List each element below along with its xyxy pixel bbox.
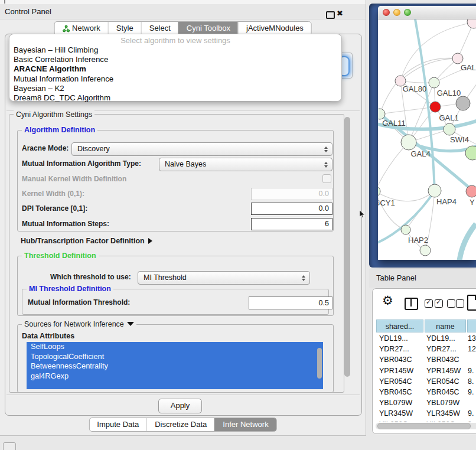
node-GAL1[interactable] — [444, 123, 455, 135]
table-cell[interactable]: 13 — [465, 333, 476, 344]
settings-scrollbar[interactable] — [344, 117, 350, 377]
table-cell[interactable]: YBL079W — [376, 397, 423, 408]
table-cell[interactable]: YBR045C — [423, 387, 465, 397]
table-cell[interactable]: YBL079W — [423, 397, 465, 408]
table-row[interactable]: YIL052CYIL052C9 — [376, 419, 476, 423]
attribute-item-betweennesscentrality[interactable]: BetweennessCentrality — [27, 361, 323, 371]
table-cell[interactable]: YDR27... — [423, 344, 465, 354]
table-row[interactable]: YPR145WYPR145W9. — [376, 366, 476, 376]
bottom-tab-impute-data[interactable]: Impute Data — [89, 418, 146, 431]
node-top-edge[interactable] — [467, 19, 476, 28]
tab-select[interactable]: Select — [141, 22, 178, 35]
table-cell[interactable]: 8. — [465, 376, 476, 387]
split-columns-icon[interactable] — [405, 298, 418, 310]
table-cell[interactable]: YIL052C — [423, 419, 465, 423]
checked-checkbox-icon[interactable] — [435, 299, 443, 308]
table-cell[interactable]: YPR145W — [423, 366, 465, 376]
float-icon[interactable] — [326, 11, 335, 19]
table-cell[interactable]: 9. — [465, 366, 476, 376]
node-red-node[interactable] — [430, 102, 441, 112]
node-salmon-node[interactable] — [466, 185, 476, 197]
node-GAL4[interactable] — [401, 135, 416, 150]
attribute-item-topologicalcoefficient[interactable]: TopologicalCoefficient — [27, 352, 323, 362]
column-header-a[interactable]: A — [467, 319, 476, 332]
table-cell[interactable]: YBR043C — [423, 354, 465, 365]
table-row[interactable]: YBR045CYBR045C9. — [376, 387, 476, 397]
algorithm-item-bayesian-hill-climbing[interactable]: Bayesian – Hill Climbing — [9, 45, 341, 55]
column-header-name[interactable]: name — [425, 319, 466, 332]
table-row[interactable]: YDL19...YDL19...13 — [376, 333, 476, 344]
which-threshold-combo[interactable]: MI Threshold — [138, 271, 310, 285]
mi-steps-field[interactable]: 6 — [251, 218, 332, 230]
network-graph[interactable]: GAL7GAL80GAL10GAL1GAL11SWI4GAL4GCY1HAP4Y… — [378, 19, 476, 260]
table-cell[interactable]: YLR345W — [423, 408, 465, 419]
partial-button[interactable] — [3, 442, 16, 450]
horizontal-scrollbar[interactable] — [376, 423, 476, 429]
algorithm-item-dream8-dc-tdc-algorithm[interactable]: Dream8 DC_TDC Algorithm — [9, 93, 341, 103]
kernel-width-field[interactable]: 0.0 — [251, 188, 332, 200]
algorithm-item-mutual-information-inference[interactable]: Mutual Information Inference — [9, 74, 341, 84]
table-cell[interactable]: YBR043C — [376, 354, 423, 365]
table-row[interactable]: YBR043CYBR043C — [376, 354, 476, 365]
tab-cyni-toolbox[interactable]: Cyni Toolbox — [178, 22, 238, 35]
table-cell[interactable]: 12 — [465, 344, 476, 354]
attribute-item-selfloops[interactable]: SelfLoops — [27, 342, 323, 352]
checked-checkbox-icon[interactable] — [425, 299, 433, 308]
sources-title[interactable]: Sources for Network Inference — [22, 320, 136, 328]
manual-kernel-checkbox[interactable] — [322, 174, 331, 183]
hub-section-toggle[interactable]: Hub/Transcription Factor Definition — [21, 237, 152, 245]
node-HAP2[interactable] — [401, 225, 410, 234]
network-window[interactable]: GAL7GAL80GAL10GAL1GAL11SWI4GAL4GCY1HAP4Y… — [378, 6, 476, 260]
close-icon[interactable]: ✖ — [337, 9, 343, 18]
table-cell[interactable]: YPR145W — [376, 366, 423, 376]
data-attributes-label: Data Attributes — [22, 332, 74, 340]
table-row[interactable]: YER054CYER054C8. — [376, 376, 476, 387]
algorithm-item-aracne-algorithm[interactable]: ARACNE Algorithm — [9, 64, 341, 74]
node-HAP4[interactable] — [428, 184, 441, 197]
table-cell[interactable] — [465, 397, 476, 408]
mi-threshold-field[interactable]: 0.5 — [249, 296, 332, 309]
attribute-list-scrollbar[interactable] — [317, 348, 322, 379]
table-row[interactable]: YDR27...YDR27...12 — [376, 344, 476, 354]
table-cell[interactable]: 9. — [465, 387, 476, 397]
table-cell[interactable]: YDL19... — [423, 333, 465, 344]
column-header-shared[interactable]: shared... — [376, 319, 423, 332]
table-cell[interactable]: YDR27... — [376, 344, 423, 354]
node-GAL10[interactable] — [429, 77, 439, 88]
tab-network[interactable]: Network — [54, 22, 108, 35]
node-bottom-edge[interactable] — [420, 245, 431, 256]
gear-icon[interactable]: ⚙ — [382, 294, 393, 308]
tab-jactivemnodules[interactable]: jActiveMNodules — [238, 22, 311, 35]
table-cell[interactable]: 9 — [465, 419, 476, 423]
unchecked-checkbox-icon[interactable] — [447, 299, 455, 308]
bottom-tab-discretize-data[interactable]: Discretize Data — [146, 418, 214, 431]
table-cell[interactable]: YBR045C — [376, 387, 423, 397]
zoom-traffic-light[interactable] — [404, 9, 411, 16]
table-cell[interactable]: YER054C — [423, 376, 465, 387]
table-row[interactable]: YLR345WYLR345W9. — [376, 408, 476, 419]
document-icon[interactable] — [467, 295, 476, 311]
horizontal-scrollbar-thumb[interactable] — [377, 423, 471, 429]
attribute-item-gal4rgexp[interactable]: gal4RGexp — [27, 371, 323, 381]
table-cell[interactable]: 9. — [465, 408, 476, 419]
mi-type-combo[interactable]: Naive Bayes — [159, 158, 332, 171]
table-cell[interactable]: YIL052C — [376, 419, 423, 423]
dpi-tolerance-field[interactable]: 0.0 — [251, 203, 332, 215]
unchecked-checkbox-icon[interactable] — [456, 299, 464, 308]
table-cell[interactable]: YER054C — [376, 376, 423, 387]
node-GAL7[interactable] — [452, 53, 463, 64]
apply-button[interactable]: Apply — [158, 399, 202, 413]
bottom-tab-infer-network[interactable]: Infer Network — [214, 418, 276, 431]
table-cell[interactable]: YDL19... — [376, 333, 423, 344]
algorithm-item-bayesian-k2[interactable]: Bayesian – K2 — [9, 84, 341, 93]
table-cell[interactable]: YLR345W — [376, 408, 423, 419]
close-traffic-light[interactable] — [383, 9, 390, 16]
algorithm-item-basic-correlation-inference[interactable]: Basic Correlation Inference — [9, 55, 341, 64]
node-gray-node[interactable] — [456, 96, 470, 110]
tab-style[interactable]: Style — [108, 22, 141, 35]
table-cell[interactable] — [465, 354, 476, 365]
node-GCY1[interactable] — [378, 186, 380, 197]
aracne-mode-combo[interactable]: Discovery — [71, 142, 332, 156]
table-row[interactable]: YBL079WYBL079W — [376, 397, 476, 408]
minimize-traffic-light[interactable] — [393, 9, 400, 16]
